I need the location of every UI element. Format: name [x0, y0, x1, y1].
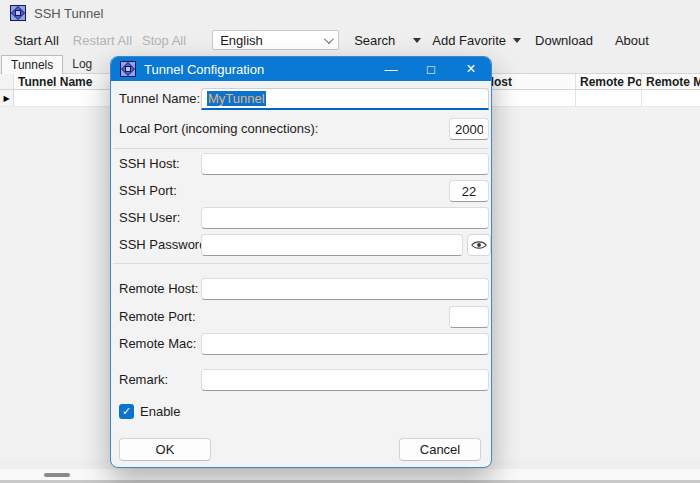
column-header-remote-mac[interactable]: Remote Mac: [642, 74, 700, 89]
toolbar: Start All Restart All Stop All English S…: [0, 26, 700, 54]
add-favorite-button[interactable]: Add Favorite: [432, 33, 506, 48]
dialog-window-controls: — □ ×: [371, 57, 491, 81]
tab-tunnels[interactable]: Tunnels: [1, 55, 63, 74]
tunnel-configuration-dialog: Tunnel Configuration — □ × Tunnel Name: …: [110, 56, 492, 468]
stop-all-button[interactable]: Stop All: [142, 33, 186, 48]
tunnel-name-selected-text: MyTunnel: [207, 91, 266, 106]
window-titlebar: SSH Tunnel: [0, 0, 700, 26]
ssh-password-label: SSH Password:: [119, 234, 210, 256]
language-select[interactable]: English: [212, 30, 339, 50]
app-logo-icon: [10, 5, 26, 21]
section-separator: [113, 263, 489, 264]
app-window: { "window": { "title": "SSH Tunnel", "to…: [0, 0, 700, 483]
remote-host-input[interactable]: [201, 278, 489, 300]
show-password-button[interactable]: [467, 234, 491, 256]
local-port-input[interactable]: [449, 118, 489, 140]
start-all-button[interactable]: Start All: [14, 33, 59, 48]
dialog-body: Tunnel Name: MyTunnel Local Port (incomi…: [111, 81, 491, 467]
cancel-button[interactable]: Cancel: [399, 438, 481, 461]
horizontal-scrollbar[interactable]: [0, 469, 700, 480]
current-row-marker: ▶: [0, 90, 14, 106]
ssh-user-label: SSH User:: [119, 207, 180, 229]
enable-label: Enable: [140, 404, 180, 419]
close-icon[interactable]: ×: [451, 57, 491, 81]
remote-mac-input[interactable]: [201, 333, 489, 355]
maximize-icon[interactable]: □: [411, 57, 451, 81]
dialog-title: Tunnel Configuration: [144, 62, 363, 77]
remote-port-input[interactable]: [449, 306, 489, 328]
column-header-remote-port[interactable]: Remote Port: [576, 74, 642, 89]
search-dropdown-arrow-icon[interactable]: [413, 38, 421, 43]
about-button[interactable]: About: [615, 33, 649, 48]
eye-icon: [471, 240, 487, 250]
enable-checkbox[interactable]: ✓: [119, 404, 134, 419]
ssh-port-label: SSH Port:: [119, 180, 177, 202]
ssh-host-input[interactable]: [201, 153, 489, 175]
add-favorite-dropdown-arrow-icon[interactable]: [513, 38, 521, 43]
ssh-port-input[interactable]: [449, 180, 489, 202]
remote-port-label: Remote Port:: [119, 306, 196, 328]
remark-input[interactable]: [201, 369, 489, 391]
dialog-logo-icon: [120, 61, 136, 77]
enable-checkbox-row[interactable]: ✓ Enable: [119, 403, 180, 419]
tunnel-name-input[interactable]: MyTunnel: [201, 88, 489, 110]
ssh-password-input[interactable]: [201, 234, 463, 256]
remote-mac-label: Remote Mac:: [119, 333, 196, 355]
row-selector-header: [0, 74, 14, 89]
restart-all-button[interactable]: Restart All: [73, 33, 132, 48]
chevron-down-icon: [324, 34, 334, 44]
dialog-titlebar[interactable]: Tunnel Configuration — □ ×: [111, 57, 491, 81]
remote-host-label: Remote Host:: [119, 278, 198, 300]
checkmark-icon: ✓: [122, 406, 131, 417]
section-separator: [113, 148, 489, 149]
window-title: SSH Tunnel: [34, 6, 103, 21]
search-button[interactable]: Search: [354, 33, 395, 48]
remark-label: Remark:: [119, 369, 168, 391]
language-selected-value: English: [220, 33, 263, 48]
scrollbar-thumb[interactable]: [44, 473, 70, 477]
download-button[interactable]: Download: [535, 33, 593, 48]
tunnel-name-label: Tunnel Name:: [119, 88, 200, 110]
tab-log[interactable]: Log: [63, 54, 101, 73]
ok-button[interactable]: OK: [119, 438, 211, 461]
minimize-icon[interactable]: —: [371, 57, 411, 81]
ssh-user-input[interactable]: [201, 207, 489, 229]
ssh-host-label: SSH Host:: [119, 153, 180, 175]
local-port-label: Local Port (incoming connections):: [119, 118, 318, 140]
